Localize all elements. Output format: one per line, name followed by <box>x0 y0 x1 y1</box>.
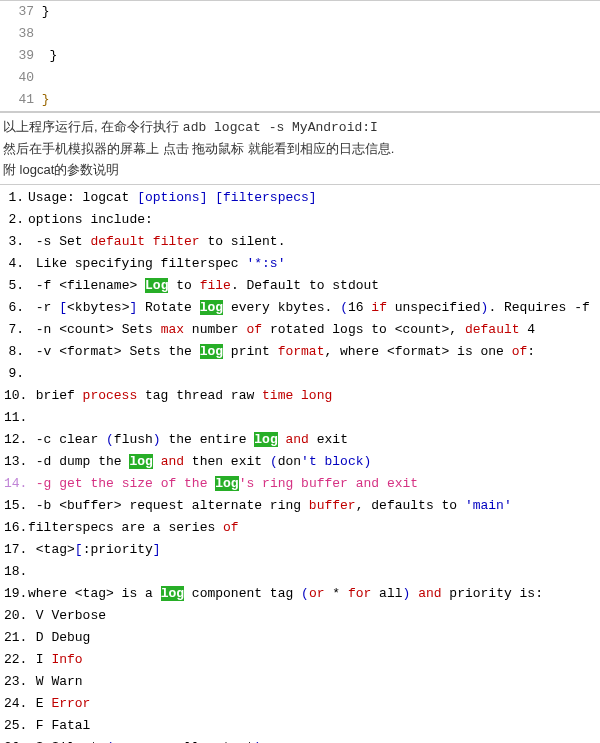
line-number: 39 <box>4 45 34 67</box>
line-number: 40 <box>4 67 34 89</box>
code-line: 38 <box>0 23 600 45</box>
code-line: 41 } <box>0 89 600 111</box>
line-number: 4. <box>4 253 24 275</box>
highlight-log: log <box>254 432 277 447</box>
doc-line: 13. -d dump the log and then exit (don't… <box>0 451 600 473</box>
doc-line: 24. E Error <box>0 693 600 715</box>
highlight-log: log <box>200 344 223 359</box>
line-number: 11. <box>4 407 24 429</box>
line-number: 21. <box>4 627 24 649</box>
code-line: 37 } <box>0 1 600 23</box>
line-number: 26. <box>4 737 24 743</box>
doc-line: 23. W Warn <box>0 671 600 693</box>
doc-line: 7. -n <count> Sets max number of rotated… <box>0 319 600 341</box>
doc-line: 26. S Silent (supress all output) <box>0 737 600 743</box>
line-number: 1. <box>4 187 24 209</box>
doc-line: 8. -v <format> Sets the log print format… <box>0 341 600 363</box>
line-number: 5. <box>4 275 24 297</box>
line-number: 9. <box>4 363 24 385</box>
code-line: 40 <box>0 67 600 89</box>
line-number: 7. <box>4 319 24 341</box>
line-number: 22. <box>4 649 24 671</box>
line-number: 16. <box>4 517 24 539</box>
line-number: 15. <box>4 495 24 517</box>
desc-line-2: 然后在手机模拟器的屏幕上 点击 拖动鼠标 就能看到相应的日志信息. <box>3 139 597 160</box>
doc-line: 16.filterspecs are a series of <box>0 517 600 539</box>
code-line: 39 } <box>0 45 600 67</box>
doc-line: 25. F Fatal <box>0 715 600 737</box>
doc-line: 3. -s Set default filter to silent. <box>0 231 600 253</box>
code-text: } <box>42 4 50 19</box>
doc-line: 21. D Debug <box>0 627 600 649</box>
doc-line: 18. <box>0 561 600 583</box>
line-number: 25. <box>4 715 24 737</box>
logcat-doc-block: 1.Usage: logcat [options] [filterspecs] … <box>0 184 600 743</box>
doc-line: 5. -f <filename> Log to file. Default to… <box>0 275 600 297</box>
code-text: } <box>42 48 58 63</box>
highlight-log: log <box>129 454 152 469</box>
line-number: 37 <box>4 1 34 23</box>
doc-line: 6. -r [<kbytes>] Rotate log every kbytes… <box>0 297 600 319</box>
line-number: 6. <box>4 297 24 319</box>
highlight-log: log <box>161 586 184 601</box>
line-number: 2. <box>4 209 24 231</box>
doc-line: 2.options include: <box>0 209 600 231</box>
doc-line: 10. brief process tag thread raw time lo… <box>0 385 600 407</box>
doc-line: 20. V Verbose <box>0 605 600 627</box>
highlight-log: Log <box>145 278 168 293</box>
doc-line: 14. -g get the size of the log's ring bu… <box>0 473 600 495</box>
line-number: 10. <box>4 385 24 407</box>
desc-line-1: 以上程序运行后, 在命令行执行 adb logcat -s MyAndroid:… <box>3 117 597 139</box>
line-number: 13. <box>4 451 24 473</box>
line-number: 12. <box>4 429 24 451</box>
adb-command: adb logcat -s MyAndroid:I <box>183 120 378 135</box>
line-number: 41 <box>4 89 34 111</box>
desc-line-3: 附 logcat的参数说明 <box>3 160 597 181</box>
doc-line: 9. <box>0 363 600 385</box>
doc-line: 15. -b <buffer> request alternate ring b… <box>0 495 600 517</box>
line-number: 20. <box>4 605 24 627</box>
highlight-log: log <box>200 300 223 315</box>
line-number: 14. <box>4 473 24 495</box>
line-number: 38 <box>4 23 34 45</box>
doc-line: 22. I Info <box>0 649 600 671</box>
doc-line: 19.where <tag> is a log component tag (o… <box>0 583 600 605</box>
description-block: 以上程序运行后, 在命令行执行 adb logcat -s MyAndroid:… <box>0 112 600 184</box>
code-text: } <box>42 92 50 107</box>
line-number: 3. <box>4 231 24 253</box>
line-number: 18. <box>4 561 24 583</box>
line-number: 17. <box>4 539 24 561</box>
line-number: 23. <box>4 671 24 693</box>
doc-line: 11. <box>0 407 600 429</box>
line-number: 24. <box>4 693 24 715</box>
doc-line: 12. -c clear (flush) the entire log and … <box>0 429 600 451</box>
doc-line: 17. <tag>[:priority] <box>0 539 600 561</box>
doc-line: 1.Usage: logcat [options] [filterspecs] <box>0 187 600 209</box>
line-number: 19. <box>4 583 24 605</box>
code-block-top: 37 } 38 39 } 40 41 } <box>0 0 600 112</box>
highlight-log: log <box>215 476 238 491</box>
line-number: 8. <box>4 341 24 363</box>
doc-line: 4. Like specifying filterspec '*:s' <box>0 253 600 275</box>
